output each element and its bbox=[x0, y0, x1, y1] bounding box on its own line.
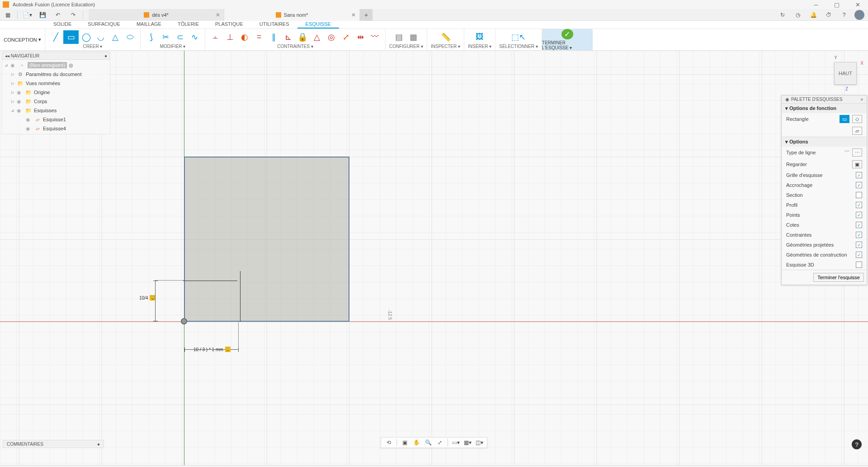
avatar[interactable] bbox=[854, 10, 864, 20]
vertical-dimension[interactable]: 10/4 🔒 bbox=[139, 295, 155, 300]
select-icon[interactable]: ⬚↖ bbox=[512, 30, 525, 44]
checkbox[interactable]: ✓ bbox=[856, 182, 862, 188]
table-icon[interactable]: ▦ bbox=[407, 30, 420, 44]
expand-icon[interactable]: » bbox=[860, 97, 863, 102]
apps-grid-icon[interactable]: ▦ bbox=[0, 10, 15, 20]
new-tab-button[interactable]: + bbox=[360, 9, 373, 21]
tab-mesh[interactable]: MAILLAGE bbox=[128, 20, 170, 29]
tab-plastic[interactable]: PLASTIQUE bbox=[207, 20, 251, 29]
tree-root-label[interactable]: (Non enregistré) bbox=[28, 62, 67, 68]
palette-section-header[interactable]: ▾ Options bbox=[782, 137, 867, 147]
checkbox[interactable] bbox=[856, 192, 862, 198]
browser-pin-icon[interactable]: ● bbox=[104, 53, 107, 58]
canvas-viewport[interactable]: 10/4 🔒 10 / 3 ) * 1 mm 🔒 -12.5 HAUT X Y … bbox=[0, 51, 868, 465]
horizontal-dimension[interactable]: 10 / 3 ) * 1 mm 🔒 bbox=[193, 347, 231, 352]
browser-header[interactable]: ◂◂ NAVIGATEUR ● bbox=[2, 52, 110, 60]
rectangle-mode-icon[interactable]: ▭ bbox=[840, 115, 849, 123]
close-window-button[interactable]: ✕ bbox=[847, 0, 868, 9]
curvature-constraint-icon[interactable]: 〰 bbox=[368, 30, 382, 44]
eye-icon[interactable]: ◉ bbox=[26, 126, 32, 132]
expand-icon[interactable]: ● bbox=[97, 442, 100, 447]
offset-tool-icon[interactable]: ⊂ bbox=[173, 30, 187, 44]
line-tool-icon[interactable]: ╱ bbox=[49, 30, 62, 44]
checkbox[interactable]: ✓ bbox=[856, 232, 862, 238]
eye-icon[interactable]: ◉ bbox=[10, 62, 17, 68]
tree-item-label[interactable]: Esquisses bbox=[34, 108, 57, 113]
status-icon[interactable]: ◷ bbox=[792, 10, 804, 20]
tree-item-label[interactable]: Origine bbox=[34, 90, 50, 95]
lock-constraint-icon[interactable]: 🔒 bbox=[296, 30, 309, 44]
tab-utilities[interactable]: UTILITAIRES bbox=[251, 20, 297, 29]
look-at-icon[interactable]: ▣ bbox=[400, 438, 410, 447]
tab-sheetmetal[interactable]: TÔLERIE bbox=[170, 20, 207, 29]
undo-button[interactable]: ↶ bbox=[51, 10, 65, 20]
checkbox[interactable]: ✓ bbox=[856, 202, 862, 208]
tree-arrow-icon[interactable]: ⊿ bbox=[4, 63, 9, 67]
fillet-tool-icon[interactable]: ⟆ bbox=[144, 30, 158, 44]
finish-sketch-button[interactable]: Terminer l'esquisse bbox=[813, 273, 864, 282]
file-menu-button[interactable]: 📄▾ bbox=[20, 10, 34, 20]
zoom-window-icon[interactable]: ⤢ bbox=[435, 438, 445, 447]
redo-button[interactable]: ↷ bbox=[66, 10, 80, 20]
doc-tab[interactable]: Sans nom* ✕ bbox=[224, 9, 360, 21]
doc-tab[interactable]: dés v4* ✕ bbox=[89, 9, 224, 21]
checkbox[interactable]: ✓ bbox=[856, 242, 862, 248]
tree-arrow-icon[interactable]: ▷ bbox=[10, 72, 15, 76]
polygon-tool-icon[interactable]: △ bbox=[108, 30, 122, 44]
insert-image-icon[interactable]: 🖼 bbox=[473, 30, 486, 44]
pan-icon[interactable]: ✋ bbox=[411, 438, 421, 447]
minimize-button[interactable]: ─ bbox=[806, 0, 826, 9]
comments-panel-header[interactable]: COMMENTAIRES ● bbox=[3, 440, 104, 448]
circle-tool-icon[interactable]: ◯ bbox=[80, 30, 93, 44]
horizontal-constraint-icon[interactable]: ⫠ bbox=[209, 30, 222, 44]
parallel-constraint-icon[interactable]: ∥ bbox=[267, 30, 280, 44]
inspect-icon[interactable]: 📏 bbox=[439, 30, 453, 44]
center-rectangle-mode-icon[interactable]: ◇ bbox=[852, 115, 862, 123]
checkbox[interactable]: ✓ bbox=[856, 172, 862, 178]
tangent-constraint-icon[interactable]: ◐ bbox=[238, 30, 251, 44]
tree-item-label[interactable]: Paramètres du document bbox=[26, 71, 82, 77]
eye-icon[interactable]: ◉ bbox=[17, 108, 23, 114]
tree-item-label[interactable]: Esquisse4 bbox=[43, 126, 66, 131]
midpoint-constraint-icon[interactable]: △ bbox=[310, 30, 324, 44]
tree-arrow-icon[interactable]: ▷ bbox=[10, 81, 15, 86]
linetype-construction-icon[interactable]: ⋯ bbox=[852, 148, 862, 157]
eye-icon[interactable]: ◉ bbox=[26, 117, 32, 123]
close-icon[interactable]: ✕ bbox=[351, 12, 356, 18]
zoom-icon[interactable]: 🔍 bbox=[423, 438, 433, 447]
equal-constraint-icon[interactable]: = bbox=[252, 30, 266, 44]
orbit-icon[interactable]: ⟲ bbox=[384, 438, 394, 447]
tree-arrow-icon[interactable]: ⊿ bbox=[10, 108, 15, 113]
look-at-icon[interactable]: ▣ bbox=[852, 160, 862, 168]
sketch-profile[interactable] bbox=[184, 157, 349, 322]
trim-tool-icon[interactable]: ✂ bbox=[159, 30, 172, 44]
collapse-left-icon[interactable]: ◂◂ bbox=[5, 53, 9, 58]
rectangle-tool-icon[interactable]: ▭ bbox=[63, 30, 79, 44]
tree-item-label[interactable]: Corps bbox=[34, 99, 47, 104]
origin-point[interactable] bbox=[181, 318, 187, 324]
checkbox[interactable]: ✓ bbox=[856, 252, 862, 258]
linetype-solid-icon[interactable]: 〰 bbox=[844, 148, 849, 157]
checkbox[interactable]: ✓ bbox=[856, 212, 862, 218]
notifications-icon[interactable]: 🔔 bbox=[807, 10, 820, 20]
checkbox[interactable] bbox=[856, 262, 862, 268]
perpendicular-constraint-icon[interactable]: ⊾ bbox=[281, 30, 295, 44]
pin-icon[interactable]: ◉ bbox=[785, 97, 789, 102]
tab-solid[interactable]: SOLIDE bbox=[45, 20, 80, 29]
checkbox[interactable]: ✓ bbox=[856, 222, 862, 228]
vertical-constraint-icon[interactable]: ⊥ bbox=[223, 30, 237, 44]
display-style-icon[interactable]: ▭▾ bbox=[451, 438, 461, 447]
maximize-button[interactable]: ▢ bbox=[826, 0, 847, 9]
radio-icon[interactable]: ◎ bbox=[69, 62, 73, 68]
extensions-icon[interactable]: ↻ bbox=[776, 10, 789, 20]
tree-arrow-icon[interactable]: ▷ bbox=[10, 90, 15, 95]
view-cube[interactable]: HAUT X Y Z bbox=[834, 62, 857, 85]
three-point-rectangle-icon[interactable]: ▱ bbox=[852, 127, 862, 135]
save-button[interactable]: 💾 bbox=[35, 10, 50, 20]
spline-tool-icon[interactable]: ∿ bbox=[188, 30, 201, 44]
collinear-constraint-icon[interactable]: ⤢ bbox=[339, 30, 353, 44]
grid-display-icon[interactable]: ▦▾ bbox=[462, 438, 472, 447]
arc-tool-icon[interactable]: ◡ bbox=[94, 30, 108, 44]
configure-icon[interactable]: ▤ bbox=[392, 30, 406, 44]
tree-arrow-icon[interactable]: ▷ bbox=[10, 99, 15, 104]
